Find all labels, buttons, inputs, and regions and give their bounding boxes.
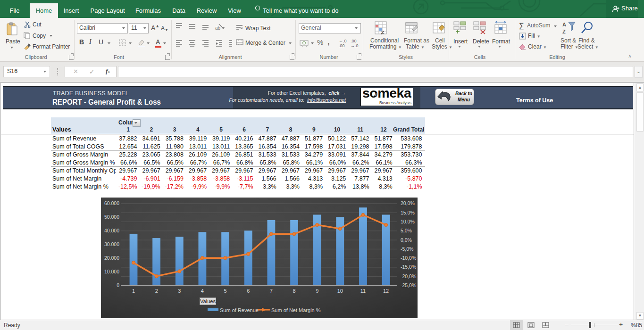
svg-text:-20,0%: -20,0% (401, 273, 416, 279)
svg-text:40.000: 40.000 (104, 228, 119, 233)
svg-text:9: 9 (316, 288, 318, 294)
svg-text:7: 7 (270, 288, 273, 294)
svg-text:0: 0 (117, 282, 119, 288)
svg-text:50.000: 50.000 (104, 214, 119, 220)
svg-text:3: 3 (178, 288, 181, 294)
svg-text:6: 6 (247, 288, 250, 294)
svg-text:Sum of Net Margin %: Sum of Net Margin % (271, 307, 321, 313)
svg-text:ab: ab (215, 25, 221, 31)
svg-text:15,0%: 15,0% (401, 210, 415, 215)
svg-text:10,0%: 10,0% (401, 219, 415, 224)
svg-text:≠: ≠ (381, 29, 385, 36)
svg-text:30.000: 30.000 (104, 241, 119, 247)
svg-text:Values: Values (200, 298, 216, 304)
svg-text:5,0%: 5,0% (401, 228, 412, 233)
svg-text:2: 2 (155, 288, 158, 294)
svg-text:20,0%: 20,0% (401, 200, 415, 206)
svg-text:-5,0%: -5,0% (401, 246, 413, 252)
svg-text:5: 5 (224, 288, 227, 294)
svg-text:11: 11 (360, 288, 366, 294)
svg-text:4: 4 (201, 288, 204, 294)
svg-text:-15,0%: -15,0% (401, 264, 416, 270)
svg-text:12: 12 (383, 288, 389, 294)
svg-text:Z: Z (562, 29, 566, 34)
svg-text:0,0%: 0,0% (401, 237, 412, 243)
svg-text:10.000: 10.000 (104, 269, 119, 274)
svg-text:1: 1 (132, 288, 135, 294)
svg-text:Sum of Revenue: Sum of Revenue (220, 307, 259, 313)
svg-text:60.000: 60.000 (104, 200, 119, 206)
svg-text:-25,0%: -25,0% (401, 282, 416, 288)
svg-text:-10,0%: -10,0% (401, 255, 416, 261)
svg-text:20.000: 20.000 (104, 255, 119, 261)
svg-text:8: 8 (293, 288, 296, 294)
svg-text:10: 10 (337, 288, 343, 294)
svg-text:A: A (562, 22, 566, 27)
